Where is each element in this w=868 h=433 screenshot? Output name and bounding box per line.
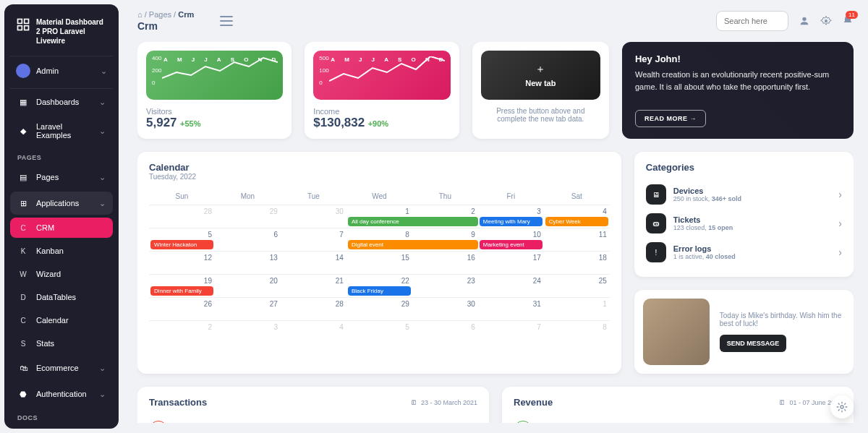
calendar-event[interactable]: Dinner with Family [150,286,213,296]
calendar-day[interactable]: 26 [149,297,215,320]
calendar-event[interactable]: Black Friday [348,286,411,296]
settings-fab[interactable] [830,395,854,419]
calendar-day[interactable]: 8Digital event [346,228,412,251]
calendar-day[interactable]: 4Cyber Week [544,205,610,228]
nav-authentication[interactable]: ⬣ Authentication ⌄ [10,382,113,406]
calendar-day[interactable]: 16 [412,251,478,274]
calendar-day[interactable]: 5 [346,320,412,343]
nav-ecommerce[interactable]: 🛍 Ecommerce ⌄ [10,356,113,380]
calendar-event[interactable]: Digital event [348,240,478,249]
calendar-day[interactable]: 8 [544,320,610,343]
calendar-day[interactable]: 25 [544,274,610,297]
calendar-day[interactable]: 19Dinner with Family [149,274,215,297]
transaction-name: Netflix [175,422,258,423]
notifications-badge: 11 [846,11,858,19]
hero-card: Hey John! Wealth creation is an evolutio… [622,42,854,139]
calendar-day[interactable]: 1All day conference [346,205,412,228]
nav-kanban[interactable]: K Kanban [10,241,113,261]
calendar-day[interactable]: 15 [346,251,412,274]
send-message-button[interactable]: SEND MESSAGE [720,335,787,352]
calendar-day[interactable]: 28 [281,297,346,320]
calendar-day[interactable]: 27 [215,297,281,320]
category-name: Tickets [673,215,733,224]
nav-dashboards[interactable]: ▦ Dashboards ⌄ [10,90,113,113]
notifications-icon[interactable]: 11 [842,15,854,27]
calendar-day[interactable]: 23 [412,274,478,297]
revenue-title: Revenue [514,397,553,408]
calendar-event[interactable]: Meeting with Mary [480,217,542,226]
calendar-day[interactable]: 20 [215,274,281,297]
nav-basic[interactable]: ▲ Basic ⌄ [10,426,113,433]
visitors-delta: +55% [180,119,200,128]
nav-calendar[interactable]: C Calendar [10,310,113,330]
calendar-day[interactable]: 31 [478,297,544,320]
chevron-right-icon: › [838,189,842,200]
home-icon[interactable]: ⌂ [137,10,142,19]
nav-stats[interactable]: S Stats [10,333,113,353]
calendar-day[interactable]: 18 [544,251,610,274]
new-tab-button[interactable]: ＋ New tab [481,51,600,100]
calendar-event[interactable]: Winter Hackaton [150,240,213,249]
account-icon[interactable] [799,15,810,27]
read-more-button[interactable]: READ MORE → [635,110,706,127]
calendar-day[interactable]: 4 [281,320,346,343]
category-item[interactable]: 🎟Tickets123 closed, 15 open› [646,209,842,238]
calendar-day[interactable]: 29 [346,297,412,320]
calendar-day[interactable]: 12 [149,251,215,274]
nav-applications[interactable]: ⊞ Applications ⌄ [10,192,113,215]
hero-body: Wealth creation is an evolutionarily rec… [635,69,841,103]
user-menu[interactable]: Admin ⌄ [10,56,113,89]
calendar-event[interactable]: All day conference [348,217,478,226]
visitors-value: 5,927 [146,116,177,129]
calendar-day[interactable]: 24 [478,274,544,297]
calendar-day[interactable]: 30 [412,297,478,320]
calendar-day[interactable]: 17 [478,251,544,274]
brand-logo-icon [16,17,30,32]
category-item[interactable]: !Error logs1 is active, 40 closed› [646,238,842,267]
svg-rect-3 [25,26,29,30]
search-input[interactable] [716,11,788,31]
sparkline-icon [329,56,445,85]
crumb-current: Crm [178,10,194,19]
menu-toggle[interactable] [220,16,233,26]
calendar-day[interactable]: 10Marketing event [478,228,544,251]
crumb-pages[interactable]: Pages [149,10,171,19]
wizard-letter-icon: W [17,270,29,278]
calendar-day[interactable]: 13 [215,251,281,274]
calendar-event[interactable]: Marketing event [480,240,542,249]
calendar-day[interactable]: 1 [544,297,610,320]
new-tab-card: ＋ New tab Press the button above and com… [472,42,609,139]
datatables-letter-icon: D [17,293,29,301]
settings-icon[interactable] [820,15,832,27]
calendar-day[interactable]: 7 [478,320,544,343]
calendar-day[interactable]: 29 [215,205,281,228]
nav-wizard[interactable]: W Wizard [10,264,113,284]
calendar-day[interactable]: 3 [215,320,281,343]
calendar-day[interactable]: 2 [149,320,215,343]
calendar-day[interactable]: 22Black Friday [346,274,412,297]
transaction-row: ∨Netflix27 March 2020, at 12:30 PM- $ 2,… [149,416,477,423]
calendar-grid[interactable]: SunMonTueWedThuFriSat2829301All day conf… [149,188,610,343]
calendar-day[interactable]: 6 [412,320,478,343]
calendar-day[interactable]: 14 [281,251,346,274]
calendar-day[interactable]: 6 [215,228,281,251]
nav-pages[interactable]: ▤ Pages ⌄ [10,166,113,189]
income-card: 5001000 AMJJASOND Income $130,832 +90% [305,42,459,139]
category-item[interactable]: 🖥Devices250 in stock, 346+ sold› [646,180,842,209]
chevron-right-icon: › [838,246,842,258]
income-delta: +90% [368,119,388,128]
calendar-day[interactable]: 28 [149,205,215,228]
nav-crm[interactable]: C CRM [10,218,113,238]
section-docs: DOCS [10,407,113,424]
nav-datatables[interactable]: D DataTables [10,287,113,307]
nav-laravel-examples[interactable]: ◆ Laravel Examples ⌄ [10,116,113,145]
calendar-day[interactable]: 30 [281,205,346,228]
calendar-day[interactable]: 21 [281,274,346,297]
calendar-day[interactable]: 7 [281,228,346,251]
calendar-day[interactable]: 5Winter Hackaton [149,228,215,251]
brand: Material Dashboard 2 PRO Laravel Livewir… [10,13,113,56]
calendar-day[interactable]: 3Meeting with Mary [478,205,544,228]
calendar-event[interactable]: Cyber Week [545,217,608,226]
calendar-day[interactable]: 11 [544,228,610,251]
calendar-subtitle: Tuesday, 2022 [149,173,610,181]
